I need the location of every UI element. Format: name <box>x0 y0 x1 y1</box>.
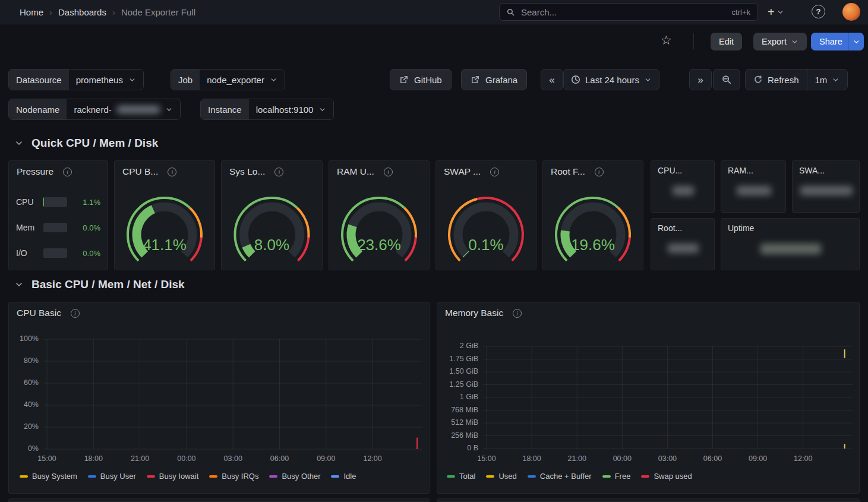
legend-item[interactable]: Idle <box>331 472 356 481</box>
legend-label: Idle <box>343 472 356 481</box>
legend-label: Swap used <box>654 472 692 481</box>
gauge-arc <box>222 174 322 269</box>
pressure-bar-gauge <box>43 223 67 232</box>
time-shift-back-button[interactable]: « <box>541 69 563 90</box>
share-dropdown-button[interactable] <box>848 33 864 50</box>
legend-item[interactable]: Busy Other <box>269 472 320 481</box>
info-icon[interactable]: i <box>63 168 72 176</box>
grafana-link-label: Grafana <box>485 75 517 85</box>
y-axis-tick-label: 512 MiB <box>441 418 478 427</box>
legend-item[interactable]: Free <box>602 472 631 481</box>
y-axis-tick-label: 100% <box>2 334 39 343</box>
help-button[interactable]: ? <box>812 5 825 18</box>
chevron-down-icon <box>270 76 277 84</box>
x-axis-tick-label: 06:00 <box>697 454 728 463</box>
variable-nodename-select[interactable]: racknerd- <box>67 99 179 119</box>
panel-gauge: CPU B...i41.1% <box>114 160 215 270</box>
legend-swatch <box>602 475 611 478</box>
panel-title: Root... <box>658 223 682 233</box>
panel-memory-basic: Memory Basic i 2 GiB1.75 GiB1.50 GiB1.25… <box>437 302 860 494</box>
external-link-icon <box>399 75 409 84</box>
breadcrumb-item[interactable]: Home <box>20 7 43 17</box>
time-zoom-out-button[interactable] <box>713 69 740 90</box>
panel-stat: Uptime <box>721 218 860 270</box>
panel-stat: CPU... <box>651 160 715 213</box>
refresh-icon <box>753 75 763 84</box>
legend-swatch <box>331 475 339 478</box>
pressure-row-value: 0.0% <box>73 249 100 258</box>
legend-item[interactable]: Cache + Buffer <box>528 472 592 481</box>
x-axis-tick-label: 15:00 <box>471 454 502 463</box>
cpu-chart-plot-area[interactable] <box>9 302 429 493</box>
refresh-interval-value: 1m <box>815 75 828 85</box>
breadcrumb-item[interactable]: Dashboards <box>58 7 106 17</box>
gauge-value: 8.0% <box>222 236 322 254</box>
legend-label: Free <box>615 472 631 481</box>
legend-swatch <box>486 475 494 478</box>
pressure-rows: CPU1.1%Mem0.0%I/O0.0% <box>9 194 108 261</box>
search-box[interactable]: ctrl+k <box>499 3 758 21</box>
panel-stat: Root... <box>651 218 715 270</box>
legend-item[interactable]: Busy System <box>20 472 77 481</box>
section-basic-cpu-mem-net-disk[interactable]: Basic CPU / Mem / Net / Disk <box>14 278 185 291</box>
panel-stat: SWA... <box>792 160 860 213</box>
section-quick-cpu-mem-disk[interactable]: Quick CPU / Mem / Disk <box>14 137 158 150</box>
legend-item[interactable]: Total <box>447 472 475 481</box>
y-axis-tick-label: 20% <box>2 422 39 431</box>
panel-gauge: Root F...i19.6% <box>542 160 643 270</box>
variable-instance-label: Instance <box>201 99 249 119</box>
panel-title: RAM... <box>728 166 753 175</box>
variable-datasource: Datasource prometheus <box>8 69 144 90</box>
favorite-star-icon[interactable]: ☆ <box>661 33 672 48</box>
time-shift-forward-button[interactable]: » <box>689 69 712 90</box>
pressure-row: Mem0.0% <box>9 220 108 235</box>
legend-item[interactable]: Busy User <box>88 472 136 481</box>
zoom-out-icon <box>722 75 731 84</box>
external-link-icon <box>471 75 480 84</box>
breadcrumb-item: Node Exporter Full <box>121 7 195 17</box>
gauge-arc <box>115 174 214 269</box>
search-input[interactable] <box>520 7 727 18</box>
edit-button[interactable]: Edit <box>711 33 742 50</box>
x-axis-tick-label: 03:00 <box>217 454 248 463</box>
variable-job-select[interactable]: node_exporter <box>200 70 285 90</box>
pressure-row: I/O0.0% <box>9 245 108 261</box>
redacted-stat-value <box>800 186 853 195</box>
pressure-bar-gauge <box>43 248 67 258</box>
x-axis-tick-label: 06:00 <box>264 454 295 463</box>
refresh-button-label: Refresh <box>768 75 799 85</box>
panel-title: Pressure <box>17 166 53 177</box>
legend-item[interactable]: Busy Iowait <box>147 472 198 481</box>
variable-nodename-label: Nodename <box>9 99 67 119</box>
variable-instance-select[interactable]: localhost:9100 <box>249 99 334 119</box>
legend-label: Busy User <box>100 472 136 481</box>
double-chevron-right-icon: » <box>697 75 703 85</box>
pressure-row: CPU1.1% <box>9 194 108 210</box>
new-menu-button[interactable]: + <box>768 4 784 20</box>
variable-datasource-select[interactable]: prometheus <box>69 70 143 90</box>
avatar[interactable] <box>842 3 860 21</box>
github-link-button[interactable]: GitHub <box>390 69 452 90</box>
legend-item[interactable]: Swap used <box>641 472 692 481</box>
legend-swatch <box>528 475 536 478</box>
export-button[interactable]: Export <box>753 33 807 50</box>
legend-item[interactable]: Busy IRQs <box>209 472 258 481</box>
refresh-button[interactable]: Refresh <box>746 70 807 90</box>
breadcrumb: Home›Dashboards›Node Exporter Full <box>20 0 195 24</box>
pressure-row-value: 1.1% <box>73 198 100 207</box>
refresh-interval-select[interactable]: 1m <box>807 70 848 90</box>
y-axis-tick-label: 80% <box>2 356 39 365</box>
memory-chart-plot-area[interactable] <box>437 302 859 493</box>
grafana-link-button[interactable]: Grafana <box>461 69 527 90</box>
double-chevron-left-icon: « <box>549 75 554 85</box>
share-button[interactable]: Share <box>811 33 851 50</box>
panel-cpu-basic: CPU Basic i 100%80%60%40%20%0%15:0018:00… <box>8 302 430 494</box>
pressure-bar-gauge <box>43 197 67 207</box>
cpu-chart-legend: Busy SystemBusy UserBusy IowaitBusy IRQs… <box>20 472 356 481</box>
share-button-label: Share <box>819 37 842 46</box>
time-range-picker[interactable]: Last 24 hours <box>563 69 659 90</box>
redacted-stat-value <box>668 244 699 253</box>
refresh-controls: Refresh 1m <box>745 69 848 90</box>
y-axis-tick-label: 1.50 GiB <box>441 367 478 375</box>
legend-item[interactable]: Used <box>486 472 516 481</box>
